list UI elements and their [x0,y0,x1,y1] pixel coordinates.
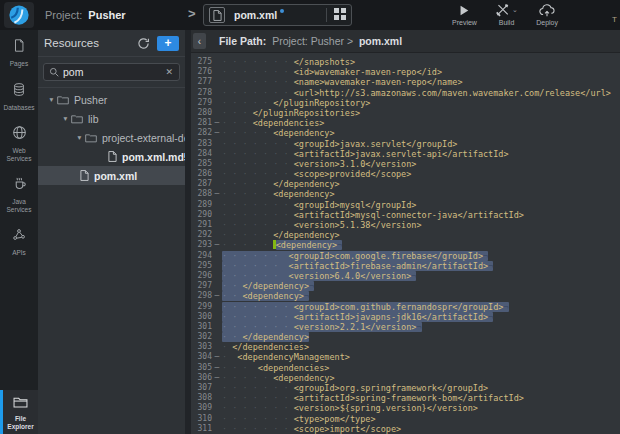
open-file-tab[interactable]: pom.xml [203,4,352,26]
code-line[interactable]: 284· · · · · · · <artifactId>javax.servl… [191,149,620,159]
code-line[interactable]: 289· · · · · · · <groupId>mysql</groupId… [191,200,620,210]
code-line[interactable]: 310· · · · · · · <type>pom</type> [191,414,620,424]
chevron-down-icon: ⌄ [512,6,518,14]
code-line[interactable]: 299· · · · · · · <groupId>com.github.fer… [191,302,620,312]
database-icon [12,82,26,101]
fold-marker[interactable]: – [212,363,222,373]
tree-item-Pusher[interactable]: ▾Pusher [38,90,185,109]
code-line[interactable]: 304–· <dependencyManagement> [191,352,620,362]
indent-dots: · · · · · · · [222,210,294,220]
code-line[interactable]: 275· · · · · · · </snapshots> [191,57,620,67]
fold-marker[interactable]: – [212,373,222,383]
code-line[interactable]: 287· · · · · </dependency> [191,179,620,189]
collapse-panel-icon[interactable]: ‹ [193,33,206,49]
line-number: 286 [191,169,212,179]
code-line[interactable]: 288–· · · · · <dependency> [191,189,620,199]
line-number: 276 [191,67,212,77]
code-line[interactable]: 307· · · · · · · <groupId>org.springfram… [191,383,620,393]
refresh-icon[interactable] [135,35,151,51]
fold-gutter [212,322,222,332]
tab-divider [326,8,327,22]
indent-dots: · [222,342,232,352]
code-line[interactable]: 276· · · · · · · <id>wavemaker-maven-rep… [191,67,620,77]
code-line[interactable]: 297· · </dependency>¬ [191,281,620,291]
code-line[interactable]: 301· · · · · · · <version>2.2.1</version… [191,322,620,332]
code-line[interactable]: 298–· · <dependency>¬ [191,291,620,301]
code-line[interactable]: 285· · · · · · · <version>3.1.0</version… [191,159,620,169]
editor-header: ‹ File Path: Project: Pusher > pom.xml [191,30,620,53]
tree-item-pom.xml.md5sum[interactable]: pom.xml.md5sum [38,147,185,166]
code-text: · · </dependency> [222,332,309,342]
code-line[interactable]: 309· · · · · · · <version>${spring.versi… [191,403,620,413]
sidebar-item-databases[interactable]: Databases [0,74,38,118]
fold-marker[interactable]: – [212,118,222,128]
chevron-down-icon[interactable]: ▾ [60,114,71,123]
code-text: · · · · · </dependency> [222,230,340,240]
fold-gutter [212,414,222,424]
fold-marker[interactable]: – [212,291,222,301]
code-line[interactable]: 291· · · · · · · <version>5.1.38</versio… [191,220,620,230]
fold-gutter [212,230,222,240]
code-line[interactable]: 280· · · </pluginRepositories> [191,108,620,118]
code-line[interactable]: 306–· · · · · <dependency> [191,373,620,383]
sidebar-item-apis[interactable]: APIs [0,219,38,263]
tree-item-project-external-dependencies[interactable]: ▾project-external-dependencies [38,128,185,147]
search-input[interactable] [63,66,164,78]
code-text: · · · · · · · <groupId>mysql</groupId> [222,200,416,210]
indent-dots: · · [222,291,242,301]
line-number: 287 [191,179,212,189]
line-number: 301 [191,322,212,332]
indent-dots: · · · · · · · [222,414,294,424]
sidebar-item-pages[interactable]: Pages [0,30,38,74]
chevron-down-icon[interactable]: ▾ [74,133,85,142]
code-line[interactable]: 281–· · · <dependencies> [191,118,620,128]
deploy-button[interactable]: Deploy [536,3,558,26]
code-line[interactable]: 286· · · · · · · <scope>provided</scope> [191,169,620,179]
code-line[interactable]: 303· </dependencies> [191,342,620,352]
fold-marker[interactable]: – [212,189,222,199]
code-line[interactable]: 308· · · · · · · <artifactId>spring-fram… [191,393,620,403]
fold-gutter [212,200,222,210]
fold-marker[interactable]: – [212,128,222,138]
sidebar-item-file-explorer[interactable]: FileExplorer [0,390,38,434]
fold-marker[interactable]: – [212,240,222,250]
code-line[interactable]: 294· · · · · · <groupId>com.google.fireb… [191,251,620,261]
code-line[interactable]: 292· · · · · </dependency> [191,230,620,240]
code-line[interactable]: 302· · </dependency> [191,332,620,342]
code-line[interactable]: 295· · · · · · <artifactId>firebase-admi… [191,261,620,271]
code-line[interactable]: 283· · · · · · · <groupId>javax.servlet<… [191,139,620,149]
code-text: · · · · · · · <groupId>javax.servlet</gr… [222,139,457,149]
code-line[interactable]: 277· · · · · · · <name>wavemaker-maven-r… [191,77,620,87]
fold-marker[interactable]: – [212,352,222,362]
code-line[interactable]: 300· · · · · · · <artifactId>javapns-jdk… [191,312,620,322]
code-line[interactable]: 279· · · · · </pluginRepository> [191,98,620,108]
code-line[interactable]: 293–· · · · · <dependency>¬ [191,240,620,250]
grid-view-icon[interactable] [334,6,346,24]
close-icon[interactable]: ✕ [164,67,174,77]
chevron-down-icon[interactable]: ▾ [46,95,57,104]
newline-marker: ¬ [416,322,421,332]
file-path-file: pom.xml [359,35,402,47]
selection: · · · · · · · <groupId>com.github.fernan… [222,302,509,312]
line-number: 307 [191,383,212,393]
file-tree: ▾Pusher▾lib▾project-external-dependencie… [38,88,185,185]
code-line[interactable]: 296· · · · · · <version>6.4.0</version>¬ [191,271,620,281]
sidebar-item-web-services[interactable]: WebServices [0,117,38,168]
code-line[interactable]: 278· · · · · · · <url>http://s3.amazonaw… [191,88,620,98]
sidebar-item-java-services[interactable]: JavaServices [0,168,38,219]
code-line[interactable]: 282–· · · · · <dependency> [191,128,620,138]
add-resource-button[interactable]: + [157,36,179,51]
build-button[interactable]: ⌄Build [495,3,518,26]
wavemaker-logo[interactable] [4,2,34,28]
tree-item-pom.xml[interactable]: pom.xml [38,166,185,185]
indent-dots: · · · · · · · [222,220,294,230]
code-area[interactable]: 275· · · · · · · </snapshots>276· · · · … [191,53,620,434]
code-line[interactable]: 311· · · · · · · <scope>import</scope> [191,424,620,434]
code-text: · · · · · · · </snapshots> [222,57,355,67]
code-text: · · · · · · <groupId>com.google.firebase… [222,251,488,261]
code-line[interactable]: 305–· · · <dependencies> [191,363,620,373]
selection: · · · · · · <groupId>com.google.firebase… [222,251,488,261]
tree-item-lib[interactable]: ▾lib [38,109,185,128]
code-line[interactable]: 290· · · · · · · <artifactId>mysql-conne… [191,210,620,220]
preview-button[interactable]: Preview [452,3,477,26]
